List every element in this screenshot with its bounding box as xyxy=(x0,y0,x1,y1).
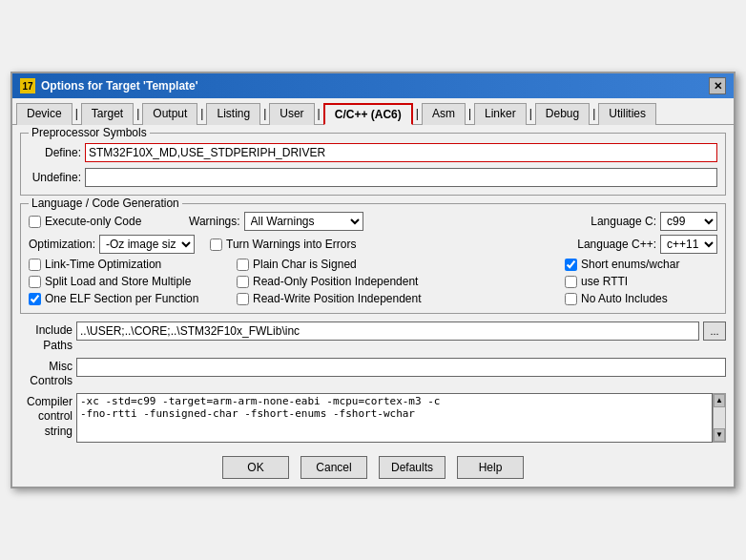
include-paths-row: Include Paths ... xyxy=(20,321,726,353)
include-paths-label: Include Paths xyxy=(20,321,73,353)
include-paths-browse[interactable]: ... xyxy=(703,321,726,341)
turn-warnings-label: Turn Warnings into Errors xyxy=(226,238,356,251)
one-elf-check[interactable]: One ELF Section per Function xyxy=(29,292,229,305)
tab-user[interactable]: User xyxy=(269,103,314,125)
read-write-check[interactable]: Read-Write Position Independent xyxy=(237,292,557,305)
warnings-label: Warnings: xyxy=(189,215,240,228)
compiler-scrollbar[interactable]: ▲ ▼ xyxy=(713,393,726,443)
tab-asm[interactable]: Asm xyxy=(422,103,466,125)
misc-controls-label: Misc Controls xyxy=(20,358,73,389)
read-write-checkbox[interactable] xyxy=(237,293,249,305)
lang-c-row: Language C: c99 c90 c11 gnu99 xyxy=(591,212,717,231)
define-row: Define: xyxy=(29,143,717,162)
language-group: Language / Code Generation Execute-only … xyxy=(20,203,726,314)
lang-cpp-row: Language C++: c++11 c++98 c++14 c++17 xyxy=(577,235,717,254)
optimization-row: Optimization: -Oz image size -O0 -O1 -O2… xyxy=(29,235,195,254)
read-only-check[interactable]: Read-Only Position Independent xyxy=(237,275,557,288)
undefine-label: Undefine: xyxy=(29,171,81,184)
lang-cpp-select[interactable]: c++11 c++98 c++14 c++17 xyxy=(660,235,717,254)
lang-c-select[interactable]: c99 c90 c11 gnu99 xyxy=(660,212,717,231)
lang-row1: Execute-only Code Warnings: All Warnings… xyxy=(29,212,717,231)
short-enums-label: Short enums/wchar xyxy=(581,258,679,271)
scroll-down-arrow[interactable]: ▼ xyxy=(714,428,725,442)
split-load-checkbox[interactable] xyxy=(29,276,41,288)
button-bar: OK Cancel Defaults Help xyxy=(12,450,734,487)
plain-char-checkbox[interactable] xyxy=(237,259,249,271)
compiler-control-input[interactable]: -xc -std=c99 -target=arm-arm-none-eabi -… xyxy=(76,393,713,443)
tab-utilities[interactable]: Utilities xyxy=(598,103,656,125)
scroll-up-arrow[interactable]: ▲ xyxy=(714,394,725,407)
compiler-area-wrapper: -xc -std=c99 -target=arm-arm-none-eabi -… xyxy=(76,393,726,443)
language-group-label: Language / Code Generation xyxy=(29,197,182,210)
preprocessor-group-label: Preprocessor Symbols xyxy=(29,126,150,139)
turn-warnings-check[interactable]: Turn Warnings into Errors xyxy=(210,238,570,251)
plain-char-label: Plain Char is Signed xyxy=(253,258,357,271)
help-button[interactable]: Help xyxy=(457,456,524,479)
define-label: Define: xyxy=(29,146,81,159)
undefine-row: Undefine: xyxy=(29,168,717,187)
define-input[interactable] xyxy=(85,143,717,162)
one-elf-checkbox[interactable] xyxy=(29,293,41,305)
short-enums-checkbox[interactable] xyxy=(565,259,577,271)
no-auto-includes-check[interactable]: No Auto Includes xyxy=(565,292,717,305)
compiler-control-row: Compiler control string -xc -std=c99 -ta… xyxy=(20,393,726,443)
content-area: Preprocessor Symbols Define: Undefine: L… xyxy=(12,125,734,449)
tab-linker[interactable]: Linker xyxy=(474,103,527,125)
ok-button[interactable]: OK xyxy=(222,456,289,479)
execute-only-code-label: Execute-only Code xyxy=(45,215,141,228)
execute-only-code-check[interactable]: Execute-only Code xyxy=(29,215,181,228)
execute-only-code-checkbox[interactable] xyxy=(29,216,41,228)
dialog: 17 Options for Target 'Template' ✕ Devic… xyxy=(10,72,736,487)
misc-controls-input[interactable] xyxy=(76,358,726,377)
defaults-button[interactable]: Defaults xyxy=(379,456,446,479)
no-auto-includes-label: No Auto Includes xyxy=(581,292,668,305)
link-time-opt-check[interactable]: Link-Time Optimization xyxy=(29,258,229,271)
undefine-input[interactable] xyxy=(85,168,717,187)
use-rtti-checkbox[interactable] xyxy=(565,276,577,288)
read-only-label: Read-Only Position Independent xyxy=(253,275,418,288)
lang-cpp-label: Language C++: xyxy=(577,238,656,251)
dialog-title: Options for Target 'Template' xyxy=(41,79,198,93)
short-enums-check[interactable]: Short enums/wchar xyxy=(565,258,717,271)
lang-row3: Link-Time Optimization Plain Char is Sig… xyxy=(29,258,717,271)
split-load-label: Split Load and Store Multiple xyxy=(45,275,191,288)
optimization-label: Optimization: xyxy=(29,238,95,251)
one-elf-label: One ELF Section per Function xyxy=(45,292,198,305)
preprocessor-group: Preprocessor Symbols Define: Undefine: xyxy=(20,133,726,196)
misc-controls-row: Misc Controls xyxy=(20,358,726,389)
title-bar-left: 17 Options for Target 'Template' xyxy=(20,78,198,93)
tab-output[interactable]: Output xyxy=(142,103,197,125)
lang-c-label: Language C: xyxy=(591,215,656,228)
tab-target[interactable]: Target xyxy=(81,103,134,125)
use-rtti-check[interactable]: use RTTI xyxy=(565,275,717,288)
optimization-select[interactable]: -Oz image size -O0 -O1 -O2 -O3 xyxy=(99,235,195,254)
tab-cpp[interactable]: C/C++ (AC6) xyxy=(323,103,413,125)
read-only-checkbox[interactable] xyxy=(237,276,249,288)
read-write-label: Read-Write Position Independent xyxy=(253,292,422,305)
app-icon: 17 xyxy=(20,78,35,93)
title-bar: 17 Options for Target 'Template' ✕ xyxy=(12,73,734,98)
lang-row5: One ELF Section per Function Read-Write … xyxy=(29,292,717,305)
link-time-opt-checkbox[interactable] xyxy=(29,259,41,271)
link-time-opt-label: Link-Time Optimization xyxy=(45,258,161,271)
tab-listing[interactable]: Listing xyxy=(206,103,260,125)
compiler-control-label: Compiler control string xyxy=(20,393,73,440)
turn-warnings-checkbox[interactable] xyxy=(210,239,222,251)
tab-device[interactable]: Device xyxy=(16,103,73,125)
tab-bar: Device | Target | Output | Listing | Use… xyxy=(12,98,734,125)
plain-char-check[interactable]: Plain Char is Signed xyxy=(237,258,557,271)
include-paths-input[interactable] xyxy=(76,321,699,341)
lang-row2: Optimization: -Oz image size -O0 -O1 -O2… xyxy=(29,235,717,254)
no-auto-includes-checkbox[interactable] xyxy=(565,293,577,305)
warnings-select[interactable]: All Warnings No Warnings AC5-like Warnin… xyxy=(244,212,363,231)
warnings-row: Warnings: All Warnings No Warnings AC5-l… xyxy=(189,212,583,231)
lang-row4: Split Load and Store Multiple Read-Only … xyxy=(29,275,717,288)
use-rtti-label: use RTTI xyxy=(581,275,628,288)
cancel-button[interactable]: Cancel xyxy=(300,456,367,479)
close-button[interactable]: ✕ xyxy=(709,77,726,94)
split-load-check[interactable]: Split Load and Store Multiple xyxy=(29,275,229,288)
tab-debug[interactable]: Debug xyxy=(535,103,590,125)
